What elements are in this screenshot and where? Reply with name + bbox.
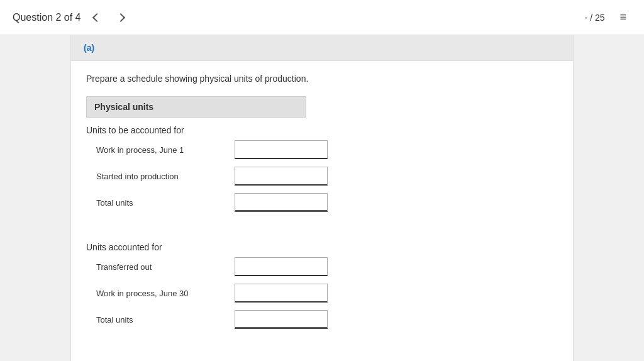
wip-june1-input[interactable]	[235, 140, 328, 159]
top-bar-left: Question 2 of 4	[13, 12, 129, 23]
started-production-input[interactable]	[235, 167, 328, 186]
instruction-text: Prepare a schedule showing physical unit…	[86, 74, 558, 84]
total-units-2-label: Total units	[96, 315, 235, 325]
wip-june30-label: Work in process, June 30	[96, 289, 235, 298]
top-bar: Question 2 of 4 - / 25 ≡	[0, 0, 644, 35]
transferred-out-label: Transferred out	[96, 262, 235, 272]
next-button[interactable]	[113, 12, 129, 23]
total-units-2-input[interactable]	[235, 310, 328, 329]
section2-label: Units accounted for	[86, 242, 558, 252]
wip-june30-input[interactable]	[235, 284, 328, 303]
row-total-units-1: Total units	[86, 193, 558, 212]
part-label: (a)	[84, 43, 94, 53]
row-wip-june1: Work in process, June 1	[86, 140, 558, 159]
started-production-label: Started into production	[96, 172, 235, 181]
part-label-bar: (a)	[71, 35, 573, 61]
content-card: (a) Prepare a schedule showing physical …	[70, 35, 574, 361]
page-indicator: - / 25	[585, 13, 605, 23]
table-header: Physical units	[86, 96, 306, 118]
prev-button[interactable]	[89, 12, 105, 23]
question-body: Prepare a schedule showing physical unit…	[71, 61, 573, 349]
question-label: Question 2 of 4	[13, 12, 81, 23]
chevron-left-icon	[92, 13, 101, 21]
list-icon-button[interactable]: ≡	[614, 8, 631, 26]
top-bar-right: - / 25 ≡	[585, 8, 631, 26]
row-wip-june30: Work in process, June 30	[86, 284, 558, 303]
section1-label: Units to be accounted for	[86, 125, 558, 135]
wip-june1-label: Work in process, June 1	[96, 145, 235, 155]
total-units-1-label: Total units	[96, 198, 235, 208]
total-units-1-input[interactable]	[235, 193, 328, 212]
row-total-units-2: Total units	[86, 310, 558, 329]
chevron-right-icon	[116, 13, 125, 21]
transferred-out-input[interactable]	[235, 257, 328, 276]
list-icon: ≡	[619, 11, 626, 23]
row-started-production: Started into production	[86, 167, 558, 186]
main-content: (a) Prepare a schedule showing physical …	[0, 35, 644, 361]
row-transferred-out: Transferred out	[86, 257, 558, 276]
